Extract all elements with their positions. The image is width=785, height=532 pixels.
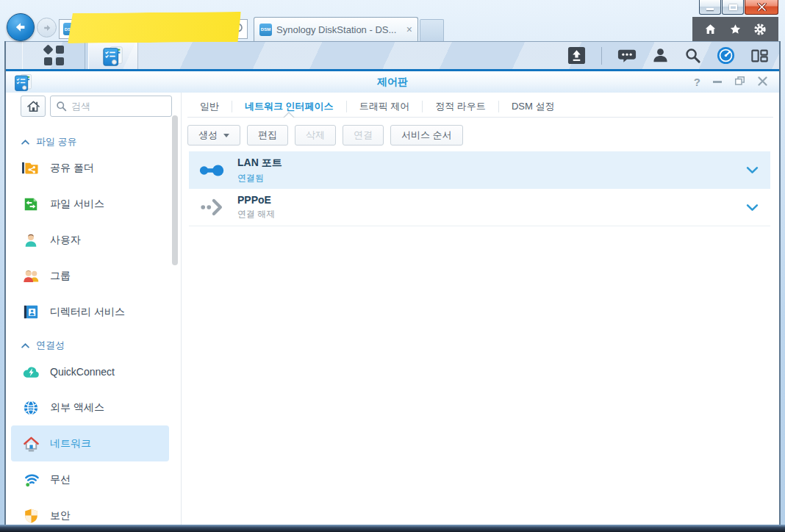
tab-static-route[interactable]: 정적 라우트 bbox=[423, 96, 498, 117]
user-options-icon[interactable] bbox=[652, 47, 669, 64]
section-label: 연결성 bbox=[36, 339, 65, 352]
control-panel-sidebar: 파일 공유 공유 폴더 파일 서비스 사용자 bbox=[6, 93, 182, 525]
search-icon[interactable] bbox=[684, 47, 701, 64]
chevron-up-icon bbox=[21, 140, 29, 145]
security-icon bbox=[21, 508, 40, 524]
chevron-up-icon bbox=[21, 343, 29, 348]
expand-chevron-icon[interactable] bbox=[746, 204, 759, 212]
search-input[interactable] bbox=[71, 101, 166, 112]
house-icon bbox=[26, 99, 41, 114]
sidebar-scrollbar-thumb[interactable] bbox=[172, 115, 178, 265]
tab-traffic-control[interactable]: 트래픽 제어 bbox=[347, 96, 423, 117]
help-button[interactable]: ? bbox=[694, 76, 700, 88]
browser-command-bar bbox=[692, 17, 778, 41]
sidebar-item-user[interactable]: 사용자 bbox=[6, 222, 171, 258]
interface-row-lan[interactable]: LAN 포트 연결됨 bbox=[189, 151, 770, 189]
edit-button[interactable]: 편집 bbox=[247, 125, 288, 145]
browser-window: DSM DSM Synology DiskStation - DS... × bbox=[0, 0, 785, 532]
sidebar-item-security[interactable]: 보안 bbox=[6, 497, 171, 525]
os-window-controls bbox=[699, 0, 778, 15]
user-icon bbox=[21, 232, 40, 248]
control-panel-window: 제어판 ? bbox=[6, 71, 779, 525]
address-redaction-overlay bbox=[68, 12, 241, 43]
browser-bottom-border bbox=[0, 525, 785, 532]
sidebar-home-button[interactable] bbox=[21, 96, 46, 117]
sidebar-item-directory-services[interactable]: 디렉터리 서비스 bbox=[6, 294, 171, 330]
network-interface-panel: 일반 네트워크 인터페이스 트래픽 제어 정적 라우트 DSM 설정 생성 편집… bbox=[182, 93, 779, 525]
file-services-icon bbox=[21, 196, 40, 212]
settings-gear-icon[interactable] bbox=[753, 22, 767, 37]
sidebar-search[interactable] bbox=[50, 96, 172, 117]
dsm-favicon: DSM bbox=[259, 24, 272, 36]
browser-tab[interactable]: DSM Synology DiskStation - DS... × bbox=[254, 17, 418, 41]
minimize-icon bbox=[706, 8, 714, 10]
tab-close-icon[interactable]: × bbox=[406, 24, 412, 35]
notifications-icon[interactable] bbox=[617, 47, 637, 65]
external-access-icon bbox=[21, 400, 40, 416]
taskbar-control-panel-button[interactable] bbox=[88, 42, 138, 69]
tab-bar: 일반 네트워크 인터페이스 트래픽 제어 정적 라우트 DSM 설정 bbox=[187, 96, 773, 118]
close-icon bbox=[757, 3, 767, 11]
restore-icon bbox=[734, 76, 745, 86]
close-icon bbox=[758, 76, 767, 86]
sidebar-item-group[interactable]: 그룹 bbox=[6, 258, 171, 294]
external-device-icon[interactable] bbox=[567, 46, 586, 65]
back-arrow-icon bbox=[12, 20, 29, 35]
close-button[interactable] bbox=[745, 0, 778, 15]
sidebar-item-label: 무선 bbox=[50, 473, 71, 486]
sidebar-item-quickconnect[interactable]: QuickConnect bbox=[6, 353, 171, 389]
interface-name: PPPoE bbox=[237, 194, 275, 206]
main-menu-icon bbox=[44, 46, 64, 65]
sidebar-item-label: 외부 액세스 bbox=[50, 401, 104, 414]
sidebar-item-label: QuickConnect bbox=[50, 366, 115, 378]
expand-chevron-icon[interactable] bbox=[746, 166, 759, 174]
sidebar-item-external-access[interactable]: 외부 액세스 bbox=[6, 389, 171, 425]
service-order-button[interactable]: 서비스 순서 bbox=[390, 125, 463, 145]
sidebar-item-label: 디렉터리 서비스 bbox=[50, 306, 125, 319]
tab-general[interactable]: 일반 bbox=[187, 96, 232, 117]
interface-status: 연결 해제 bbox=[237, 208, 275, 220]
maximize-button[interactable] bbox=[722, 0, 744, 15]
main-menu-button[interactable] bbox=[22, 42, 85, 69]
create-button[interactable]: 생성 bbox=[187, 125, 240, 145]
browser-forward-button[interactable] bbox=[37, 18, 57, 37]
control-panel-icon bbox=[102, 45, 124, 67]
delete-button[interactable]: 삭제 bbox=[295, 125, 336, 145]
new-tab-button[interactable] bbox=[420, 19, 444, 41]
interface-name: LAN 포트 bbox=[237, 157, 282, 170]
section-label: 파일 공유 bbox=[36, 135, 77, 148]
dsm-taskbar bbox=[6, 41, 779, 69]
sidebar-item-network[interactable]: 네트워크 bbox=[11, 425, 169, 461]
lan-port-icon bbox=[196, 159, 229, 181]
sidebar-section-connectivity[interactable]: 연결성 bbox=[6, 337, 171, 353]
group-icon bbox=[21, 268, 40, 284]
minimize-icon bbox=[713, 81, 722, 83]
sidebar-item-shared-folder[interactable]: 공유 폴더 bbox=[6, 150, 171, 186]
sidebar-item-wireless[interactable]: 무선 bbox=[6, 461, 171, 497]
window-title: 제어판 bbox=[6, 76, 779, 89]
minimize-button[interactable] bbox=[699, 0, 721, 15]
resource-monitor-icon[interactable] bbox=[717, 46, 735, 65]
window-restore-button[interactable] bbox=[734, 76, 745, 89]
window-close-button[interactable] bbox=[758, 76, 767, 89]
home-icon[interactable] bbox=[703, 23, 717, 36]
sidebar-item-label: 보안 bbox=[50, 509, 71, 522]
pppoe-icon bbox=[196, 196, 229, 218]
wireless-icon bbox=[21, 472, 40, 487]
connect-button[interactable]: 연결 bbox=[343, 125, 384, 145]
dropdown-caret-icon bbox=[223, 134, 229, 140]
tab-dsm-settings[interactable]: DSM 설정 bbox=[499, 96, 567, 117]
window-minimize-button[interactable] bbox=[713, 81, 722, 83]
interface-row-pppoe[interactable]: PPPoE 연결 해제 bbox=[189, 189, 770, 226]
control-panel-titlebar[interactable]: 제어판 ? bbox=[6, 71, 779, 93]
browser-back-button[interactable] bbox=[7, 13, 35, 41]
tab-network-interface[interactable]: 네트워크 인터페이스 bbox=[232, 96, 346, 117]
quickconnect-icon bbox=[21, 364, 40, 379]
pilot-view-icon[interactable] bbox=[750, 47, 769, 65]
favorites-star-icon[interactable] bbox=[728, 23, 742, 36]
sidebar-section-file-sharing[interactable]: 파일 공유 bbox=[6, 134, 171, 150]
sidebar-item-label: 그룹 bbox=[50, 270, 71, 283]
window-controls: ? bbox=[694, 71, 767, 93]
forward-arrow-icon bbox=[41, 23, 53, 33]
sidebar-item-file-services[interactable]: 파일 서비스 bbox=[6, 186, 171, 222]
